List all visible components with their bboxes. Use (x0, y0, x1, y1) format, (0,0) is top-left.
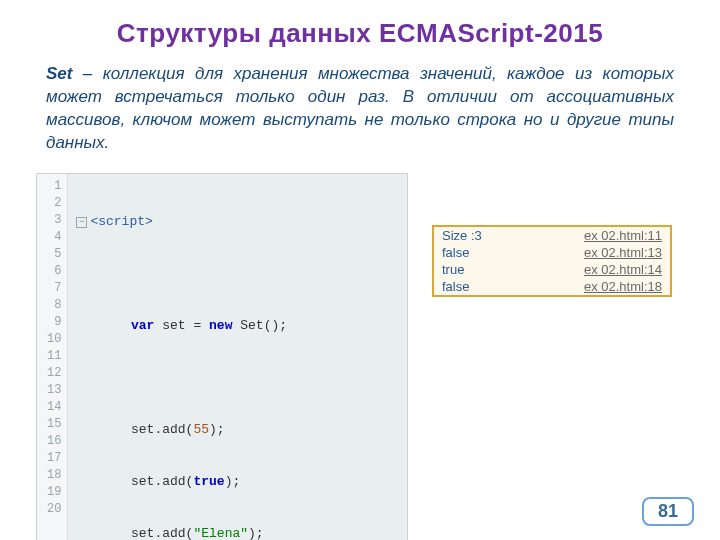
line-num: 11 (47, 348, 61, 365)
line-num: 13 (47, 382, 61, 399)
line-num: 10 (47, 331, 61, 348)
console-row: Size :3 ex 02.html:11 (434, 227, 670, 244)
line-num: 2 (47, 195, 61, 212)
console-row: true ex 02.html:14 (434, 261, 670, 278)
console-loc: ex 02.html:18 (584, 279, 662, 294)
page-number-badge: 81 (642, 497, 694, 526)
code-gutter: 1 2 3 4 5 6 7 8 9 10 11 12 13 14 15 16 1… (37, 174, 68, 540)
console-msg: false (442, 245, 469, 260)
content-row: 1 2 3 4 5 6 7 8 9 10 11 12 13 14 15 16 1… (36, 173, 720, 540)
console-msg: Size :3 (442, 228, 482, 243)
console-row: false ex 02.html:13 (434, 244, 670, 261)
console-loc: ex 02.html:11 (584, 228, 662, 243)
line-num: 15 (47, 416, 61, 433)
line-num: 6 (47, 263, 61, 280)
code-block: 1 2 3 4 5 6 7 8 9 10 11 12 13 14 15 16 1… (36, 173, 408, 540)
slide-description: Set – коллекция для хранения множества з… (46, 63, 674, 155)
line-num: 14 (47, 399, 61, 416)
line-num: 17 (47, 450, 61, 467)
console-msg: true (442, 262, 464, 277)
fold-icon: − (76, 217, 87, 228)
line-num: 4 (47, 229, 61, 246)
console-row: false ex 02.html:18 (434, 278, 670, 295)
line-num: 18 (47, 467, 61, 484)
console-loc: ex 02.html:14 (584, 262, 662, 277)
line-num: 9 (47, 314, 61, 331)
console-output: Size :3 ex 02.html:11 false ex 02.html:1… (432, 225, 672, 297)
line-num: 1 (47, 178, 61, 195)
line-num: 19 (47, 484, 61, 501)
line-num: 5 (47, 246, 61, 263)
line-num: 8 (47, 297, 61, 314)
console-loc: ex 02.html:13 (584, 245, 662, 260)
desc-lead: Set (46, 64, 72, 83)
console-msg: false (442, 279, 469, 294)
line-num: 12 (47, 365, 61, 382)
desc-body: – коллекция для хранения множества значе… (46, 64, 674, 152)
line-num: 20 (47, 501, 61, 518)
line-num: 7 (47, 280, 61, 297)
code-body: −<script> var set = new Set(); set.add(5… (68, 174, 396, 540)
line-num: 16 (47, 433, 61, 450)
slide-title: Структуры данных ECMAScript-2015 (0, 18, 720, 49)
line-num: 3 (47, 212, 61, 229)
